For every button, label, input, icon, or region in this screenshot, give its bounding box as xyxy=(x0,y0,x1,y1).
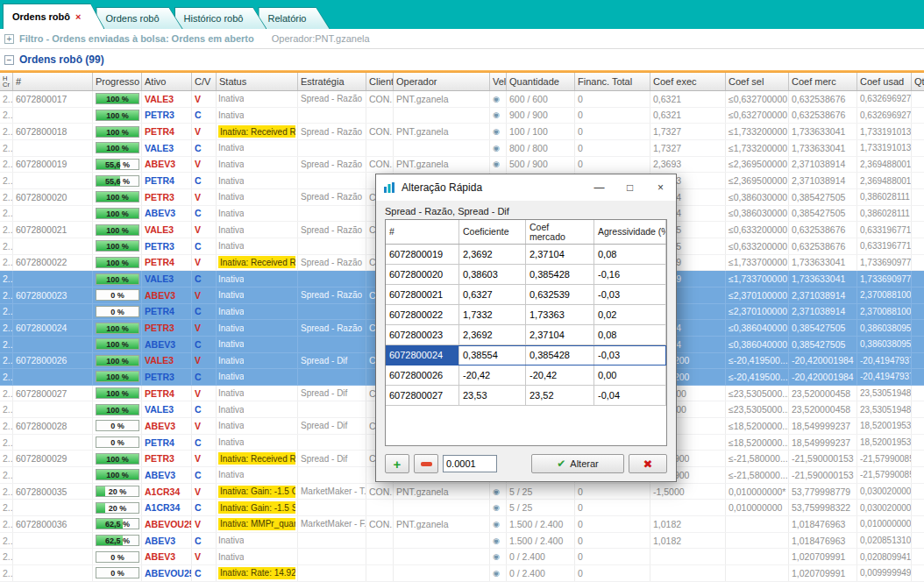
order-row[interactable]: 2...20 %A1CR34CInativa: Gain: -1.5 Stop.… xyxy=(0,500,924,516)
column-header-status[interactable]: Status xyxy=(217,73,298,90)
dialog-column-header[interactable]: Agressividade (%) xyxy=(594,220,666,244)
dialog-cell[interactable]: 2,3692 xyxy=(459,245,526,264)
dialog-cell[interactable]: 0,08 xyxy=(594,245,666,264)
dialog-cell[interactable]: 0,00 xyxy=(594,366,666,385)
cell-cliente xyxy=(366,108,394,124)
dialog-cell[interactable]: 0,632539 xyxy=(526,285,594,304)
cell-estrategia xyxy=(298,467,366,483)
column-header-cusad[interactable]: Coef usad xyxy=(857,73,912,90)
cell-estrategia: Spread - Razão xyxy=(298,157,366,173)
column-header-ativo[interactable]: Ativo xyxy=(142,73,192,90)
step-input[interactable] xyxy=(443,455,497,472)
dialog-cell[interactable]: 1,7332 xyxy=(459,305,526,324)
column-header-cexec[interactable]: Coef exec xyxy=(650,73,726,90)
column-header-progress[interactable]: Progresso xyxy=(93,73,142,90)
dialog-row[interactable]: 60728000232,36922,371040,08 xyxy=(386,325,666,345)
dialog-cell[interactable]: 23,53 xyxy=(459,386,526,405)
dialog-column-header[interactable]: Coefmercado xyxy=(526,220,594,244)
close-button[interactable]: × xyxy=(645,174,676,201)
dialog-cell[interactable]: 2,37104 xyxy=(526,245,594,264)
cell-status: Inativa xyxy=(217,549,298,564)
order-row[interactable]: 2...6072800018100 %PETR4VInativa: Receiv… xyxy=(0,124,924,140)
column-header-quantidade[interactable]: Quantidade xyxy=(507,73,575,90)
order-row[interactable]: 2...100 %VALE3CInativa◉800 / 80001,7327≤… xyxy=(0,140,924,157)
order-row[interactable]: 2...607280003662,5 %ABEVOU25VInativa: MM… xyxy=(0,516,924,533)
tab-1[interactable]: Ordens robô× xyxy=(3,4,104,29)
dialog-row[interactable]: 60728000210,63270,632539-0,03 xyxy=(386,285,666,305)
dialog-cell[interactable]: 0,38603 xyxy=(459,265,526,284)
dialog-cell[interactable]: 2,3692 xyxy=(459,325,526,344)
cell-progress: 100 % xyxy=(93,91,142,107)
dialog-titlebar[interactable]: Alteração Rápida — □ × xyxy=(376,174,676,201)
dialog-row[interactable]: 607280002723,5323,52-0,04 xyxy=(386,386,666,406)
column-header-qtd[interactable]: Qtd xyxy=(912,73,924,90)
column-header-cv[interactable]: C/V xyxy=(192,73,217,90)
tab-4[interactable]: Relatório xyxy=(258,7,330,29)
cell-progress: 100 % xyxy=(93,189,142,205)
section-bar[interactable]: − Ordens robô (99) xyxy=(0,49,924,70)
column-header-cmerc[interactable]: Coef merc xyxy=(789,73,857,90)
dialog-cell[interactable]: 0,6327 xyxy=(459,285,526,304)
order-row[interactable]: 2...6072800017100 %VALE3VInativaSpread -… xyxy=(0,91,924,108)
cell-num xyxy=(13,549,93,564)
progress-bar: 55,6 % xyxy=(96,175,139,187)
dialog-cell[interactable]: -20,42 xyxy=(526,366,594,385)
dialog-row[interactable]: 60728000192,36922,371040,08 xyxy=(386,245,666,265)
column-header-num[interactable]: # xyxy=(13,73,93,90)
dialog-row[interactable]: 6072800026-20,42-20,420,00 xyxy=(386,366,666,386)
velocity-icon: ◉ xyxy=(493,569,500,578)
status-text: Inativa xyxy=(218,372,244,381)
filter-bar[interactable]: + Filtro - Ordens enviadas à bolsa: Orde… xyxy=(0,29,924,49)
order-row[interactable]: 2...0 %ABEV3VInativa◉0 / 2.40001,0207099… xyxy=(0,549,924,565)
dialog-cell[interactable]: 1,73363 xyxy=(526,305,594,324)
cell-hcr: 2... xyxy=(0,157,13,173)
tab-3[interactable]: Histórico robô xyxy=(174,7,267,29)
tab-2[interactable]: Ordens robô xyxy=(96,7,182,29)
order-row[interactable]: 2...100 %PETR3CInativa◉900 / 90000,6321≤… xyxy=(0,108,924,124)
dialog-cell[interactable]: 0,385428 xyxy=(526,265,594,284)
dialog-cell[interactable]: -0,16 xyxy=(594,265,666,284)
dialog-cell[interactable]: -0,03 xyxy=(594,285,666,304)
dialog-cell[interactable]: 23,52 xyxy=(526,386,594,405)
order-row[interactable]: 2...0 %ABEVOU25CInativa: Rate: 14.9253%.… xyxy=(0,565,924,582)
cancel-button[interactable]: ✖ xyxy=(629,454,667,473)
column-header-financ[interactable]: Financ. Total xyxy=(575,73,650,90)
cell-cliente: CON... xyxy=(366,516,394,532)
maximize-button[interactable]: □ xyxy=(615,174,645,201)
cell-cmerc: 0,385427505 xyxy=(789,206,857,222)
dialog-row[interactable]: 60728000240,385540,385428-0,03 xyxy=(386,345,666,366)
cell-hcr: 2... xyxy=(0,386,13,401)
alterar-button[interactable]: ✔ Alterar xyxy=(531,454,624,473)
dialog-cell[interactable]: -0,04 xyxy=(594,386,666,405)
dialog-cell[interactable]: 0,385428 xyxy=(526,345,594,365)
collapse-section-icon[interactable]: − xyxy=(4,55,14,65)
dialog-cell[interactable]: 2,37104 xyxy=(526,325,594,344)
column-header-cliente[interactable]: Cliente xyxy=(366,73,394,90)
order-row[interactable]: 2...607280001955,6 %ABEV3VInativaSpread … xyxy=(0,157,924,174)
cell-hcr: 2... xyxy=(0,238,13,254)
minimize-button[interactable]: — xyxy=(584,174,615,201)
remove-row-button[interactable] xyxy=(414,454,438,473)
column-header-hcr[interactable]: HCr xyxy=(0,73,13,90)
dialog-row[interactable]: 60728000221,73321,733630,02 xyxy=(386,305,666,325)
column-header-estrategia[interactable]: Estratégia xyxy=(298,73,366,90)
dialog-cell[interactable]: -0,03 xyxy=(594,345,666,365)
cell-cusad: 1,733690977 xyxy=(857,255,912,271)
cell-cusad: 0,386038095 xyxy=(857,320,912,336)
column-header-operador[interactable]: Operador xyxy=(394,73,490,90)
dialog-column-header[interactable]: # xyxy=(386,220,459,244)
expand-filter-icon[interactable]: + xyxy=(4,34,14,44)
order-row[interactable]: 2...607280003520 %A1CR34VInativa: Gain: … xyxy=(0,484,924,500)
dialog-cell[interactable]: 0,02 xyxy=(594,305,666,324)
column-header-csel[interactable]: Coef sel xyxy=(726,73,789,90)
dialog-row[interactable]: 60728000200,386030,385428-0,16 xyxy=(386,265,666,285)
cell-cv: V xyxy=(192,451,217,466)
dialog-cell[interactable]: -20,42 xyxy=(459,366,526,385)
dialog-cell[interactable]: 0,38554 xyxy=(459,345,526,365)
column-header-vel[interactable]: Vel xyxy=(490,73,507,90)
order-row[interactable]: 2...62,5 %ABEV3CInativa◉1.500 / 2.40001,… xyxy=(0,533,924,550)
dialog-cell[interactable]: 0,08 xyxy=(594,325,666,344)
dialog-column-header[interactable]: Coeficiente xyxy=(459,220,526,244)
add-row-button[interactable]: + xyxy=(385,454,409,473)
tab-close-icon[interactable]: × xyxy=(75,12,81,22)
